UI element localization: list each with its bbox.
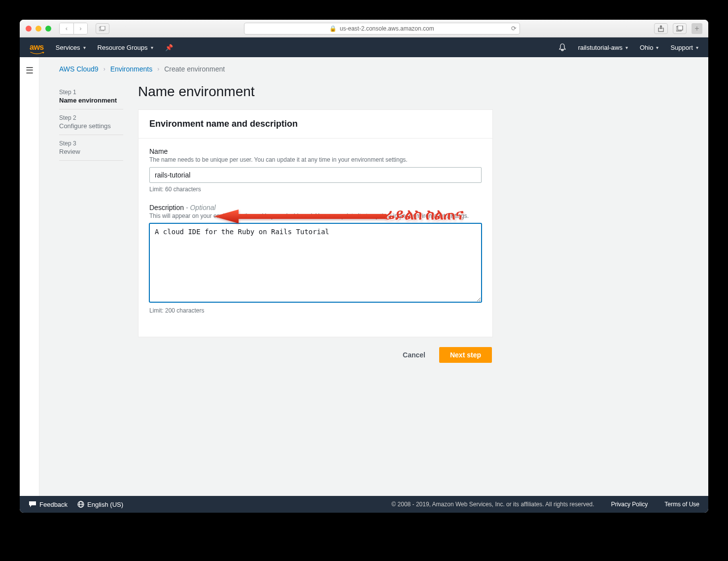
chevron-right-icon: › [104,66,105,72]
url-host: us-east-2.console.aws.amazon.com [340,25,434,32]
notifications-icon[interactable] [558,43,566,51]
pin-icon[interactable]: 📌 [165,44,173,51]
reload-icon[interactable]: ⟳ [511,25,517,32]
description-textarea[interactable] [149,223,482,302]
forward-button[interactable]: › [73,23,87,34]
description-label: Description - Optional [149,204,482,211]
maximize-window-button[interactable] [45,26,51,32]
next-step-button[interactable]: Next step [439,347,492,363]
services-menu[interactable]: Services [56,44,86,51]
step-2: Step 2 Configure settings [59,109,123,135]
form-column: Name environment Environment name and de… [138,84,493,363]
content-area: ☰ i AWS Cloud9 › Environments › Create e… [20,57,708,496]
cancel-button[interactable]: Cancel [396,347,432,363]
new-tab-button[interactable]: + [692,23,702,34]
card-header: Environment name and description [139,110,492,139]
side-panel-collapsed: ☰ [20,57,39,496]
aws-header: aws Services Resource Groups 📌 railstuto… [20,37,708,57]
aws-footer: Feedback English (US) © 2008 - 2019, Ama… [20,496,708,513]
language-selector[interactable]: English (US) [77,501,123,508]
tab-overview-button[interactable] [96,23,109,34]
breadcrumb: AWS Cloud9 › Environments › Create envir… [39,57,708,79]
svg-rect-4 [678,26,683,30]
minimize-window-button[interactable] [35,26,41,32]
step-1[interactable]: Step 1 Name environment [59,84,123,109]
feedback-button[interactable]: Feedback [29,501,68,508]
name-label: Name [149,147,482,155]
name-limit: Limit: 60 characters [149,186,482,193]
mac-toolbar: ‹ › 🔒 us-east-2.console.aws.amazon.com ⟳… [20,20,708,37]
breadcrumb-root[interactable]: AWS Cloud9 [59,65,99,73]
wizard-steps: Step 1 Name environment Step 2 Configure… [59,84,123,363]
nav-buttons: ‹ › [59,23,88,35]
breadcrumb-environments[interactable]: Environments [110,65,153,73]
resource-groups-menu[interactable]: Resource Groups [98,44,153,51]
traffic-lights [26,26,51,32]
url-bar[interactable]: 🔒 us-east-2.console.aws.amazon.com ⟳ [244,23,520,35]
svg-rect-1 [101,26,105,30]
aws-logo[interactable]: aws [30,43,44,52]
description-hint: This will appear on your environment's c… [149,212,482,219]
form-card: Environment name and description Name Th… [138,109,493,337]
description-field-group: Description - Optional This will appear … [149,204,482,314]
share-button[interactable] [654,23,668,34]
name-hint: The name needs to be unique per user. Yo… [149,156,482,163]
privacy-policy-link[interactable]: Privacy Policy [611,501,648,508]
support-menu[interactable]: Support [670,44,698,51]
action-row: Cancel Next step [138,347,493,363]
description-limit: Limit: 200 characters [149,307,482,314]
breadcrumb-current: Create environment [164,65,225,73]
account-menu[interactable]: railstutorial-aws [578,44,628,51]
tabs-button[interactable] [673,23,687,34]
back-button[interactable]: ‹ [60,23,73,34]
main-area: AWS Cloud9 › Environments › Create envir… [39,57,708,496]
browser-window: ‹ › 🔒 us-east-2.console.aws.amazon.com ⟳… [20,20,708,513]
chevron-right-icon: › [157,66,159,72]
close-window-button[interactable] [26,26,32,32]
name-field-group: Name The name needs to be unique per use… [149,147,482,193]
region-menu[interactable]: Ohio [640,44,659,51]
footer-legal: © 2008 - 2019, Amazon Web Services, Inc.… [391,501,594,508]
name-input[interactable] [149,167,482,183]
terms-of-use-link[interactable]: Terms of Use [664,501,699,508]
page-title: Name environment [138,84,493,100]
lock-icon: 🔒 [329,25,337,32]
step-3: Step 3 Review [59,135,123,161]
side-panel-toggle[interactable]: ☰ [26,65,34,496]
